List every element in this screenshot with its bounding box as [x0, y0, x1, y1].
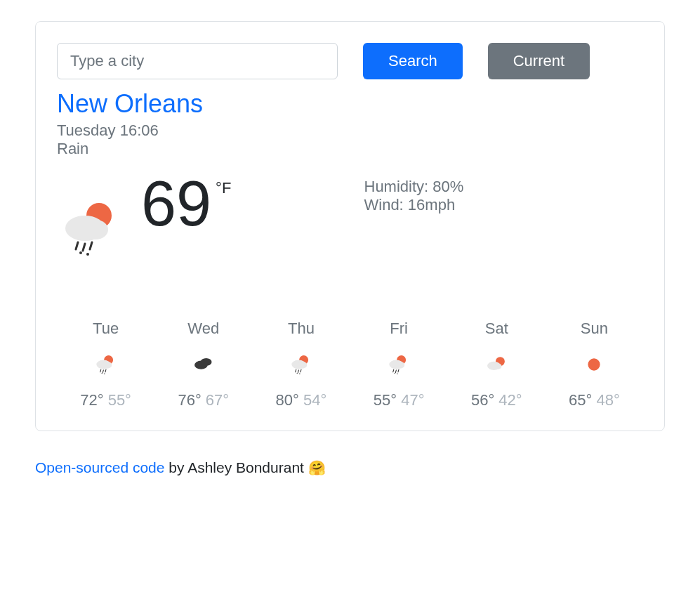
- forecast-day: Tue 72° 55°: [57, 320, 154, 409]
- city-name: New Orleans: [57, 89, 643, 119]
- forecast-low: 67°: [206, 391, 229, 409]
- forecast-high: 80°: [276, 391, 299, 409]
- temperature-display: 69 °F: [141, 172, 231, 235]
- search-button[interactable]: Search: [363, 43, 463, 79]
- main-row: 69 °F Humidity: 80% Wind: 16mph: [57, 172, 643, 263]
- svg-point-10: [103, 362, 112, 369]
- forecast-temps: 80° 54°: [252, 391, 350, 409]
- forecast-temps: 55° 47°: [350, 391, 448, 409]
- svg-line-31: [398, 369, 399, 372]
- forecast-high: 76°: [178, 391, 201, 409]
- forecast-temps: 76° 67°: [154, 391, 252, 409]
- svg-point-2: [83, 220, 108, 239]
- temperature-unit[interactable]: °F: [216, 179, 231, 197]
- svg-line-3: [76, 242, 78, 249]
- forecast-day: Sat 56° 42°: [448, 320, 546, 409]
- forecast-day: Fri 55° 47°: [350, 320, 448, 409]
- forecast-weather-icon: [93, 352, 119, 377]
- footer: Open-sourced code by Ashley Bondurant 🤗: [35, 459, 665, 476]
- weather-card: Search Current New Orleans Tuesday 16:06…: [35, 21, 665, 431]
- forecast-day: Wed 76° 67°: [154, 320, 252, 409]
- search-row: Search Current: [57, 43, 643, 79]
- forecast-low: 54°: [303, 391, 326, 409]
- forecast-weather-icon: [581, 352, 607, 377]
- svg-line-13: [105, 369, 105, 372]
- svg-point-37: [588, 358, 600, 370]
- current-weather-icon: [57, 193, 127, 263]
- humidity-value: 80%: [432, 178, 463, 195]
- forecast-low: 47°: [401, 391, 424, 409]
- svg-line-23: [301, 369, 301, 372]
- forecast-day-label: Wed: [154, 320, 252, 338]
- forecast-temps: 56° 42°: [448, 391, 546, 409]
- forecast-low: 42°: [498, 391, 522, 409]
- wind-label: Wind:: [364, 196, 408, 213]
- forecast-high: 65°: [569, 391, 592, 409]
- svg-line-29: [393, 369, 394, 372]
- forecast-day-label: Tue: [57, 320, 154, 338]
- wind-value: 16mph: [408, 196, 455, 213]
- wind: Wind: 16mph: [364, 196, 644, 214]
- forecast-day-label: Sat: [448, 320, 546, 338]
- forecast-day: Sun 65° 48°: [546, 320, 643, 409]
- city-input[interactable]: [57, 43, 338, 79]
- temperature-column: 69 °F: [57, 172, 336, 263]
- forecast-low: 48°: [597, 391, 620, 409]
- forecast-day-label: Thu: [252, 320, 350, 338]
- forecast-weather-icon: [289, 352, 314, 377]
- forecast-row: Tue 72° 55° Wed 76° 67° Thu: [57, 320, 643, 409]
- forecast-low: 55°: [108, 391, 131, 409]
- svg-point-25: [299, 374, 300, 374]
- svg-line-22: [298, 370, 298, 373]
- forecast-day: Thu 80° 54°: [252, 320, 350, 409]
- svg-line-21: [296, 369, 296, 372]
- forecast-day-label: Fri: [350, 320, 448, 338]
- weather-condition: Rain: [57, 140, 643, 158]
- forecast-high: 72°: [80, 391, 103, 409]
- forecast-high: 55°: [374, 391, 397, 409]
- svg-point-15: [104, 374, 105, 374]
- forecast-temps: 72° 55°: [57, 391, 154, 409]
- hug-emoji-icon: 🤗: [308, 460, 326, 475]
- svg-point-7: [86, 253, 89, 256]
- humidity-label: Humidity:: [364, 178, 433, 195]
- forecast-weather-icon: [191, 352, 216, 377]
- svg-point-28: [395, 362, 404, 369]
- forecast-day-label: Sun: [546, 320, 643, 338]
- humidity: Humidity: 80%: [364, 178, 644, 196]
- forecast-temps: 65° 48°: [546, 391, 643, 409]
- svg-line-5: [90, 242, 92, 249]
- svg-point-24: [296, 373, 297, 374]
- svg-point-17: [194, 361, 208, 369]
- svg-point-32: [395, 373, 395, 374]
- svg-line-12: [103, 370, 103, 373]
- details-column: Humidity: 80% Wind: 16mph: [364, 172, 644, 263]
- svg-point-6: [79, 251, 82, 254]
- forecast-weather-icon: [386, 352, 411, 377]
- author-text: by Ashley Bondurant: [164, 459, 308, 475]
- svg-line-4: [83, 244, 85, 251]
- svg-point-36: [494, 363, 502, 369]
- forecast-high: 56°: [471, 391, 494, 409]
- svg-line-11: [100, 369, 100, 372]
- temperature-value: 69: [141, 172, 211, 235]
- svg-point-20: [298, 362, 307, 369]
- current-location-button[interactable]: Current: [488, 43, 590, 79]
- svg-point-33: [397, 374, 397, 374]
- svg-point-14: [101, 373, 102, 374]
- datetime: Tuesday 16:06: [57, 121, 643, 140]
- forecast-weather-icon: [484, 352, 509, 377]
- source-code-link[interactable]: Open-sourced code: [35, 459, 164, 475]
- svg-line-30: [395, 370, 396, 373]
